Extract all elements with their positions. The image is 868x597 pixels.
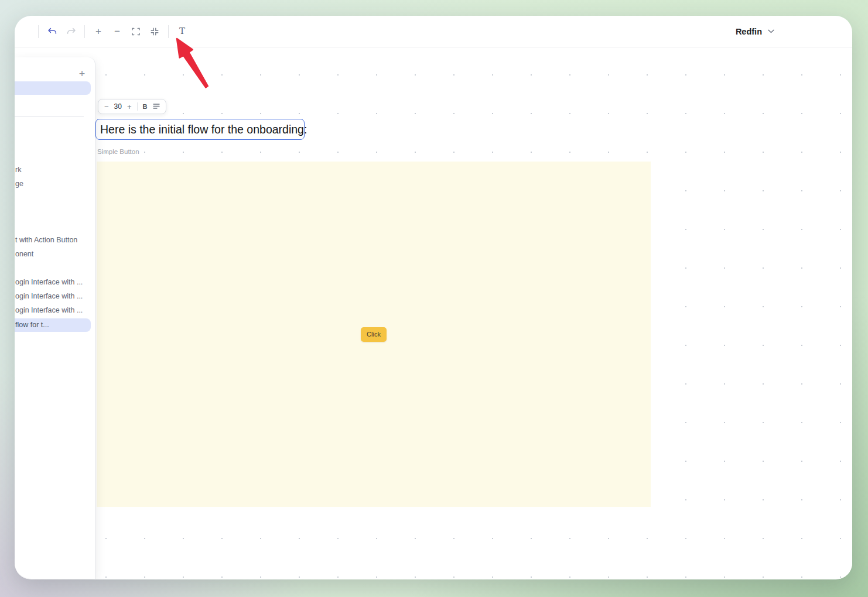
bold-icon: B: [143, 104, 148, 110]
toolbar-divider: [137, 102, 138, 111]
sidebar-item-selected[interactable]: [15, 81, 91, 95]
undo-button[interactable]: [45, 24, 60, 39]
frame-title[interactable]: Simple Button: [97, 148, 139, 155]
app-window: + − T Redfin − 30 + B: [15, 16, 852, 579]
project-name: Redfin: [736, 27, 762, 36]
collapse-view-button[interactable]: [147, 24, 162, 39]
redo-button[interactable]: [63, 24, 78, 39]
fit-screen-icon: [132, 28, 140, 36]
sidebar-item[interactable]: ogin Interface with ...: [15, 304, 95, 317]
toolbar-divider: [168, 25, 169, 38]
font-size-value: 30: [114, 102, 122, 111]
content-area: − 30 + B Here is the initial flow for th…: [15, 47, 852, 579]
font-size-decrease-button[interactable]: −: [104, 103, 109, 111]
simple-button-frame[interactable]: Click: [97, 162, 651, 507]
plus-icon: +: [95, 26, 101, 36]
design-canvas[interactable]: − 30 + B Here is the initial flow for th…: [15, 47, 852, 579]
canvas-text-element[interactable]: Here is the initial flow for the onboard…: [95, 119, 305, 140]
toolbar-divider: [38, 25, 39, 38]
sidebar-item[interactable]: ogin Interface with ...: [15, 290, 95, 303]
text-align-button[interactable]: [153, 103, 160, 111]
redo-icon: [66, 28, 76, 36]
sidebar-item[interactable]: onent: [15, 248, 95, 260]
sidebar-panel: + rk ge t with Action Button onent ogin …: [15, 57, 95, 579]
font-size-increase-button[interactable]: +: [127, 103, 132, 111]
sidebar-item[interactable]: t with Action Button: [15, 234, 95, 246]
plus-icon: +: [127, 103, 132, 111]
zoom-in-button[interactable]: +: [91, 24, 106, 39]
chevron-down-icon: [768, 29, 774, 33]
text-tool-icon: T: [179, 27, 185, 36]
click-button[interactable]: Click: [361, 327, 387, 342]
project-switcher[interactable]: Redfin: [736, 27, 774, 36]
add-page-button[interactable]: +: [75, 67, 89, 81]
collapse-icon: [151, 28, 159, 36]
zoom-out-button[interactable]: −: [110, 24, 125, 39]
text-tool-button[interactable]: T: [175, 24, 190, 39]
toolbar-divider: [84, 25, 85, 38]
align-left-icon: [153, 103, 160, 111]
top-toolbar: + − T Redfin: [15, 16, 852, 47]
sidebar-item-active[interactable]: flow for t...: [15, 318, 95, 331]
undo-icon: [47, 28, 57, 36]
sidebar-divider: [15, 116, 84, 117]
zoom-to-fit-button[interactable]: [128, 24, 143, 39]
sidebar-item[interactable]: ogin Interface with ...: [15, 276, 95, 289]
minus-icon: −: [104, 103, 109, 111]
sidebar-item[interactable]: rk: [15, 163, 95, 176]
bold-button[interactable]: B: [143, 104, 148, 110]
sidebar-item[interactable]: ge: [15, 177, 95, 190]
text-format-toolbar: − 30 + B: [98, 99, 166, 114]
minus-icon: −: [114, 26, 120, 36]
